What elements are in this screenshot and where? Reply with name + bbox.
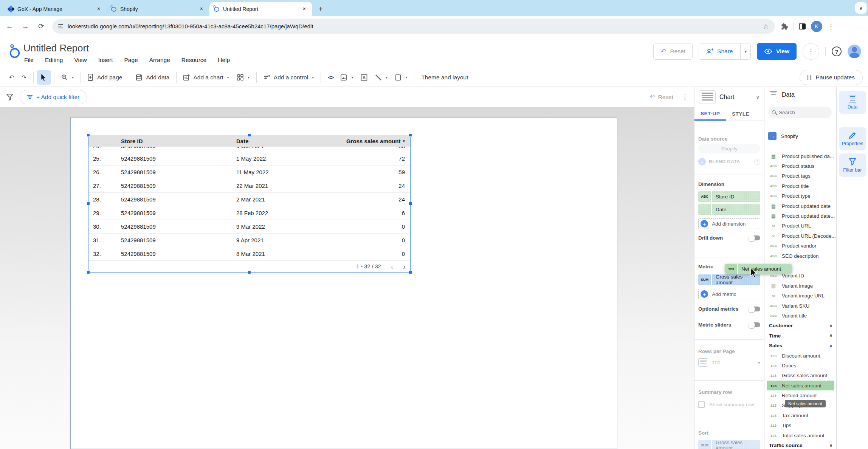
blend-help-icon[interactable]: ?: [754, 159, 760, 165]
table-row[interactable]: 26. 52429881509 11 May 2022 59: [88, 166, 410, 179]
undo-icon[interactable]: ↶: [9, 74, 14, 81]
field-item[interactable]: 123 Gross sales amount: [764, 371, 836, 381]
filter-overflow-icon[interactable]: ⋮: [682, 93, 688, 101]
forward-icon[interactable]: →: [19, 20, 32, 33]
add-shape-button[interactable]: ▾: [395, 74, 407, 81]
user-avatar[interactable]: [848, 45, 861, 58]
field-item[interactable]: ABC Product status: [764, 161, 836, 171]
table-row[interactable]: 29. 52429881509 28 Feb 2022 6: [88, 206, 410, 220]
table-row[interactable]: 25. 52429881509 1 May 2022 72: [88, 152, 410, 166]
field-item[interactable]: ABC Product vendor: [764, 241, 836, 251]
add-text-button[interactable]: A: [361, 74, 367, 81]
menu-item[interactable]: Help: [218, 57, 230, 63]
field-item[interactable]: Product updated date...: [764, 211, 836, 221]
add-line-button[interactable]: ▾: [375, 74, 388, 81]
table-header-row[interactable]: Store ID Date Gross sales amount ▾: [88, 135, 410, 147]
menu-item[interactable]: Resource: [181, 57, 206, 63]
field-item[interactable]: ABC SEO description: [764, 251, 836, 261]
select-cursor-button[interactable]: [37, 70, 51, 85]
col-store-id[interactable]: Store ID: [121, 138, 236, 144]
tab-close-icon[interactable]: ×: [95, 6, 102, 12]
theme-layout-button[interactable]: Theme and layout: [421, 74, 468, 81]
add-dimension-button[interactable]: + Add dimension: [698, 218, 760, 229]
field-search[interactable]: [768, 107, 832, 118]
back-icon[interactable]: ←: [3, 20, 16, 33]
add-image-button[interactable]: ▾: [341, 74, 353, 81]
field-item[interactable]: 123 Discount amount: [764, 351, 836, 361]
page-prev-icon[interactable]: ‹: [391, 262, 394, 271]
share-dropdown[interactable]: ▾: [740, 43, 750, 60]
field-item[interactable]: ABC Variant SKU: [764, 301, 836, 311]
field-item[interactable]: ABC Product title: [764, 181, 836, 191]
zoom-tool[interactable]: ▾: [61, 74, 74, 81]
more-options-icon[interactable]: ⋮: [803, 43, 819, 60]
selection-handle[interactable]: [248, 271, 251, 274]
field-item[interactable]: 123 Refund amount: [764, 390, 836, 400]
sort-chip[interactable]: SUM Gross sales amount: [698, 440, 760, 449]
reload-icon[interactable]: ⟳: [35, 20, 48, 33]
browser-menu-icon[interactable]: ⋮: [828, 22, 834, 31]
browser-tab[interactable]: Shopify ×: [107, 2, 209, 16]
browser-tab[interactable]: GoX - App Manage ×: [4, 2, 107, 16]
col-date[interactable]: Date: [236, 138, 331, 144]
table-row[interactable]: 28. 52429881509 2 Mar 2021 24: [88, 193, 410, 206]
filter-reset-button[interactable]: ↶ Reset: [649, 93, 673, 101]
selection-handle[interactable]: [409, 202, 412, 205]
chart-type-chevron-icon[interactable]: ∨: [756, 94, 760, 100]
metric-sliders-toggle[interactable]: [749, 322, 760, 327]
table-row[interactable]: 27. 52429881509 22 Mar 2021 24: [88, 179, 410, 193]
add-data-button[interactable]: Add data: [136, 74, 169, 81]
browser-profile-avatar[interactable]: K: [811, 21, 822, 32]
bookmark-star-icon[interactable]: ☆: [763, 22, 769, 31]
field-item[interactable]: Traffic source: [764, 440, 836, 449]
new-tab-button[interactable]: +: [315, 4, 326, 14]
add-chart-button[interactable]: Add a chart ▾: [183, 74, 229, 81]
field-item[interactable]: 123 Total sales amount: [764, 430, 836, 440]
selection-handle[interactable]: [409, 271, 412, 274]
add-metric-button[interactable]: + Add metric: [698, 289, 760, 299]
data-source-pill[interactable]: Shopify: [698, 144, 760, 153]
field-item[interactable]: Time: [764, 331, 836, 341]
rail-properties-button[interactable]: Properties: [839, 127, 866, 150]
menu-item[interactable]: Arrange: [149, 57, 170, 63]
redo-icon[interactable]: ↷: [22, 74, 26, 81]
field-item[interactable]: Product URL: [764, 221, 836, 231]
field-item[interactable]: ABC Variant title: [764, 311, 836, 320]
add-quick-filter-button[interactable]: + Add quick filter: [20, 90, 87, 104]
field-item[interactable]: 123 Net sales amount: [767, 381, 834, 390]
field-item[interactable]: 123 Duties: [764, 361, 836, 370]
dragged-field-chip[interactable]: 123 Net sales amount: [725, 264, 792, 274]
data-source-row[interactable]: → Shopify: [768, 129, 833, 143]
rail-filter-bar-button[interactable]: Filter bar: [839, 153, 866, 177]
tab-close-icon[interactable]: ×: [198, 6, 205, 12]
page-next-icon[interactable]: ›: [403, 262, 406, 271]
reset-button[interactable]: ↶ Reset: [653, 43, 693, 60]
field-item[interactable]: Variant image URL: [764, 291, 836, 300]
tab-search-chevron-icon[interactable]: ∨: [855, 2, 866, 14]
col-gross-sales[interactable]: Gross sales amount ▾: [331, 138, 410, 144]
field-item[interactable]: Product URL (Decode...: [764, 231, 836, 241]
rows-per-page-select[interactable]: 100 ▾: [698, 358, 760, 369]
table-row[interactable]: 31. 52429881509 9 Apr 2021 0: [88, 234, 410, 247]
menu-item[interactable]: File: [24, 57, 34, 63]
selection-handle[interactable]: [87, 133, 90, 137]
field-item[interactable]: 123 Tax amount: [764, 410, 836, 420]
sort-desc-icon[interactable]: ▾: [403, 139, 405, 144]
add-page-button[interactable]: Add page: [88, 74, 122, 81]
menu-item[interactable]: Editing: [45, 57, 63, 63]
chart-type-label[interactable]: Chart: [719, 94, 752, 101]
blend-data-button[interactable]: + BLEND DATA ?: [698, 158, 760, 166]
view-button[interactable]: View: [757, 43, 797, 60]
site-settings-icon[interactable]: [58, 24, 63, 28]
field-item[interactable]: Customer: [764, 321, 836, 331]
field-item[interactable]: 123 Tips: [764, 421, 836, 430]
report-title[interactable]: Untitled Report: [23, 42, 89, 54]
browser-tab[interactable]: Untitled Report ×: [209, 2, 312, 16]
embed-icon[interactable]: <>: [328, 74, 333, 81]
field-item[interactable]: Sales: [764, 341, 836, 350]
dimension-chip[interactable]: ABC Store ID: [698, 191, 760, 202]
pause-updates-button[interactable]: Pause updates: [800, 70, 863, 85]
field-item[interactable]: Product published da...: [764, 151, 836, 161]
report-canvas[interactable]: Store ID Date Gross sales amount ▾ 24. 5…: [0, 107, 694, 449]
side-panel-icon[interactable]: [799, 23, 806, 29]
